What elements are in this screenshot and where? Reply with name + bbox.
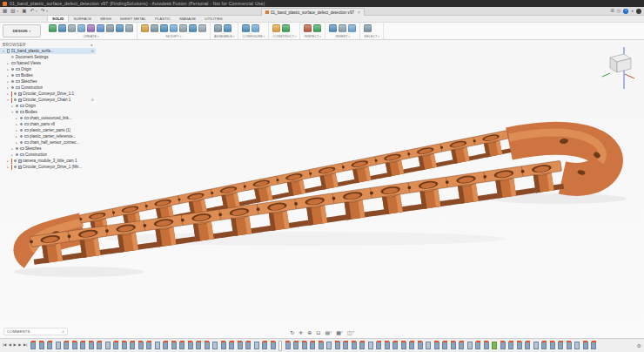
chain-model[interactable] — [0, 40, 644, 338]
expander-icon[interactable]: ▸ — [6, 92, 10, 96]
timeline-feature-icon[interactable] — [39, 342, 44, 349]
primitive-box-icon[interactable] — [106, 24, 114, 32]
mirror-icon[interactable] — [125, 24, 133, 32]
viewcube[interactable] — [599, 45, 639, 94]
timeline-feature-icon[interactable] — [352, 342, 357, 349]
timeline-feature-icon[interactable] — [221, 342, 226, 349]
zoom-icon[interactable]: ⊕ — [307, 330, 312, 335]
timeline-feature-icon[interactable] — [293, 342, 299, 349]
timeline-position-marker[interactable] — [278, 341, 282, 351]
grid-layout-icon[interactable]: ▦▾ — [336, 330, 343, 335]
pan-icon[interactable]: ✛ — [299, 330, 303, 335]
timeline-feature-icon[interactable] — [229, 342, 234, 349]
visibility-bulb-icon[interactable] — [20, 123, 23, 126]
browser-row[interactable]: ▸chain_outsourced_link... — [0, 115, 96, 121]
timeline-feature-icon[interactable] — [591, 342, 596, 349]
timeline-feature-icon[interactable] — [64, 342, 69, 349]
expander-icon[interactable]: ▾ — [10, 111, 14, 114]
timeline-feature-icon[interactable] — [459, 342, 464, 349]
timeline-feature-icon[interactable] — [80, 342, 85, 349]
timeline-feature-icon[interactable] — [401, 342, 406, 349]
visibility-bulb-icon[interactable] — [16, 105, 19, 108]
toolbar-group-label[interactable]: SELECT ▾ — [364, 34, 379, 38]
browser-row[interactable]: ▾Circular_Conveyor_Chain 1⊙ — [0, 97, 96, 103]
expander-icon[interactable]: ▸ — [6, 86, 10, 90]
expander-icon[interactable]: ▸ — [10, 147, 14, 151]
workspace-switcher-button[interactable]: DESIGN ▾ — [3, 24, 41, 37]
browser-row[interactable]: ▸Bodies — [0, 72, 96, 78]
visibility-bulb-icon[interactable] — [14, 98, 17, 102]
joint-icon[interactable] — [224, 24, 231, 32]
timeline-settings-gear-icon[interactable]: ⚙ — [637, 343, 641, 349]
select-cursor-icon[interactable] — [364, 24, 372, 32]
visibility-bulb-icon[interactable] — [20, 129, 23, 132]
timeline-feature-icon[interactable] — [426, 342, 431, 349]
toolbar-group-label[interactable]: CONFIGURE ▾ — [242, 34, 265, 38]
visibility-bulb-icon[interactable] — [11, 68, 15, 71]
offset-face-icon[interactable] — [179, 24, 187, 32]
help-icon[interactable]: ? — [623, 9, 628, 14]
timeline-feature-icon[interactable] — [517, 342, 522, 349]
toolbar-group-label[interactable]: CREATE ▾ — [49, 34, 133, 38]
timeline-feature-icon[interactable] — [550, 342, 555, 349]
timeline-feature-icon[interactable] — [376, 342, 381, 349]
timeline-feature-icon[interactable] — [558, 342, 563, 349]
visibility-bulb-icon[interactable] — [14, 92, 17, 96]
orbit-icon[interactable]: ↻ — [290, 330, 294, 335]
browser-row[interactable]: ▸Named Views — [0, 60, 96, 66]
ribbon-tab-sheet-metal[interactable]: SHEET METAL — [116, 16, 151, 22]
expander-icon[interactable]: ▸ — [15, 123, 18, 126]
expander-icon[interactable]: ▸ — [15, 135, 18, 139]
variants-icon[interactable] — [252, 24, 259, 32]
visibility-bulb-icon[interactable] — [11, 80, 15, 84]
toolbar-group-label[interactable]: INSERT ▾ — [329, 34, 356, 38]
play-icon[interactable]: ▶ — [14, 343, 17, 347]
timeline-feature-icon[interactable] — [285, 342, 291, 349]
web-icon[interactable] — [97, 24, 104, 32]
data-panel-toggle-icon[interactable]: ▦ — [3, 9, 7, 14]
browser-row[interactable]: ▸Origin — [0, 66, 96, 72]
browser-row[interactable]: ▸Origin — [0, 103, 96, 109]
visibility-bulb-icon[interactable] — [11, 74, 15, 78]
visibility-bulb-icon[interactable] — [11, 86, 15, 90]
timeline-feature-icon[interactable] — [326, 342, 332, 349]
browser-row[interactable]: ▸Construction — [0, 85, 96, 91]
expander-icon[interactable]: ▸ — [15, 141, 18, 145]
step-back-icon[interactable]: ◀ — [9, 343, 11, 347]
expander-icon[interactable]: ▸ — [15, 129, 18, 132]
move-copy-icon[interactable] — [189, 24, 197, 32]
browser-row[interactable]: ⚙Document Settings — [0, 54, 96, 60]
timeline-feature-icon[interactable] — [130, 342, 135, 349]
timeline-feature-icon[interactable] — [254, 342, 259, 349]
timeline-feature-icon[interactable] — [492, 342, 497, 349]
timeline-feature-icon[interactable] — [343, 342, 348, 349]
insert-mesh-icon[interactable] — [348, 24, 356, 32]
timeline-feature-icon[interactable] — [171, 342, 177, 349]
timeline-feature-icon[interactable] — [442, 342, 447, 349]
timeline-feature-icon[interactable] — [238, 342, 243, 349]
file-menu-icon[interactable]: ▤ — [10, 9, 15, 14]
expander-icon[interactable]: ▸ — [6, 159, 10, 163]
section-analysis-icon[interactable] — [313, 24, 321, 32]
timeline-feature-icon[interactable] — [262, 342, 267, 349]
browser-row[interactable]: ▸plastic_carrier_reference... — [0, 133, 96, 139]
ribbon-tab-solid[interactable]: SOLID — [47, 15, 69, 22]
activate-radio-icon[interactable]: ⊙ — [91, 98, 94, 102]
browser-row[interactable]: ▸Construction — [0, 152, 96, 158]
expander-icon[interactable]: ▸ — [10, 105, 14, 108]
go-to-end-icon[interactable]: ▶| — [23, 343, 27, 347]
expander-icon[interactable]: ▸ — [6, 166, 10, 169]
decal-icon[interactable] — [339, 24, 346, 32]
visibility-bulb-icon[interactable] — [16, 111, 19, 114]
timeline-feature-icon[interactable] — [113, 342, 118, 349]
expander-icon[interactable]: ▸ — [10, 153, 14, 157]
timeline-feature-icon[interactable] — [335, 342, 340, 349]
timeline-feature-icon[interactable] — [212, 342, 218, 349]
create-sketch-icon[interactable] — [49, 24, 57, 32]
timeline-feature-icon[interactable] — [72, 342, 77, 349]
timeline-feature-icon[interactable] — [245, 342, 251, 349]
timeline-feature-icon[interactable] — [525, 342, 530, 349]
expander-icon[interactable]: ▸ — [6, 74, 10, 78]
timeline-feature-icon[interactable] — [310, 342, 315, 349]
timeline-feature-icon[interactable] — [574, 342, 580, 349]
